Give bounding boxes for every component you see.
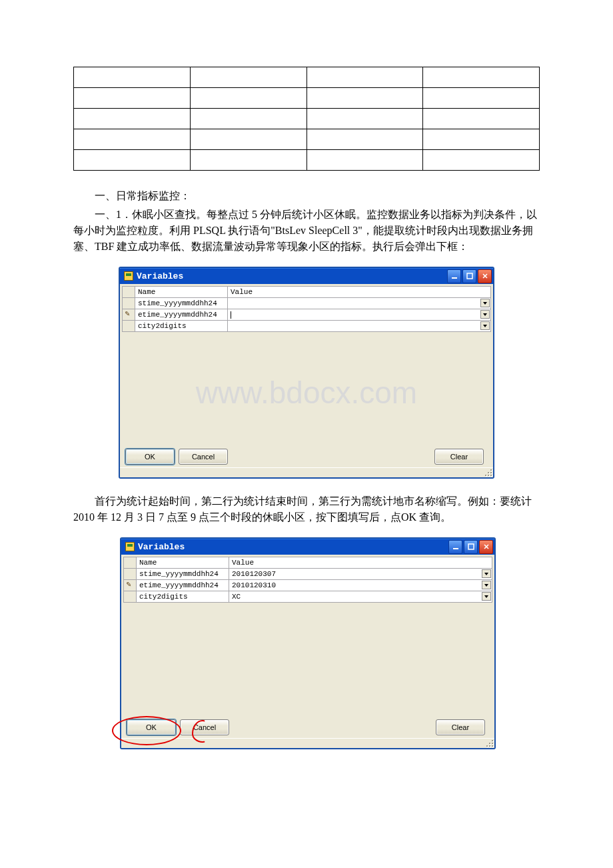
blank-table (73, 67, 540, 171)
dropdown-icon[interactable] (480, 321, 490, 330)
paragraph-1: 一、1．休眠小区查找。每整点过 5 分钟后统计小区休眠。监控数据业务以指标为判决… (73, 207, 540, 255)
cancel-button[interactable]: Cancel (179, 449, 228, 465)
titlebar[interactable]: Variables (120, 268, 493, 284)
table-row[interactable]: etime_yyyymmddhh24 2010120310 (124, 580, 492, 591)
window-title: Variables (137, 271, 183, 281)
table-row[interactable]: city2digits XC (124, 591, 492, 603)
var-name: city2digits (137, 591, 229, 603)
clear-button[interactable]: Clear (434, 449, 484, 465)
table-row[interactable]: city2digits (123, 321, 491, 332)
svg-rect-0 (452, 277, 457, 279)
row-indicator-active (124, 580, 137, 591)
section-heading: 一、日常指标监控： (73, 188, 540, 204)
app-icon (125, 542, 135, 551)
statusbar (121, 738, 494, 748)
titlebar[interactable]: Variables (121, 539, 494, 555)
ok-button[interactable]: OK (127, 719, 176, 735)
cancel-button[interactable]: Cancel (180, 719, 229, 735)
dropdown-icon[interactable] (480, 310, 490, 319)
row-header-blank (124, 557, 137, 569)
minimize-icon[interactable] (448, 540, 462, 554)
var-value-cell[interactable] (228, 309, 491, 321)
ok-button[interactable]: OK (125, 449, 175, 465)
svg-rect-2 (453, 548, 458, 549)
close-icon[interactable] (478, 269, 492, 283)
row-indicator (124, 569, 137, 580)
svg-rect-1 (467, 273, 472, 279)
paragraph-2: 首行为统计起始时间，第二行为统计结束时间，第三行为需统计地市名称缩写。例如：要统… (73, 493, 540, 525)
var-value-cell[interactable] (228, 321, 491, 332)
variables-grid: Name Value stime_yyyymmddhh24 2010120307… (123, 557, 492, 603)
col-header-name: Name (135, 287, 228, 298)
variables-dialog-2: Variables Name Value stime_yyyymmddhh24 (120, 537, 496, 749)
svg-rect-3 (468, 544, 474, 549)
var-value-cell[interactable]: 2010120310 (229, 580, 492, 591)
row-indicator-active (123, 309, 135, 321)
minimize-icon[interactable] (447, 269, 461, 283)
dropdown-icon[interactable] (480, 299, 490, 307)
var-value-cell[interactable] (228, 298, 491, 309)
pencil-icon (125, 310, 133, 318)
dialog-body: www.bdocx.com (122, 334, 491, 445)
maximize-icon[interactable] (462, 269, 476, 283)
resize-grip-icon[interactable] (486, 739, 494, 747)
col-header-value: Value (228, 287, 491, 298)
var-name: stime_yyyymmddhh24 (137, 569, 229, 580)
dropdown-icon[interactable] (482, 569, 491, 578)
var-name: etime_yyyymmddhh24 (135, 309, 228, 321)
resize-grip-icon[interactable] (484, 469, 492, 477)
var-name: stime_yyyymmddhh24 (135, 298, 228, 309)
statusbar (120, 467, 493, 477)
clear-button[interactable]: Clear (436, 719, 485, 735)
close-icon[interactable] (479, 540, 493, 554)
col-header-name: Name (137, 557, 229, 569)
var-name: city2digits (135, 321, 228, 332)
dropdown-icon[interactable] (482, 581, 491, 589)
table-row[interactable]: etime_yyyymmddhh24 (123, 309, 491, 321)
app-icon (124, 271, 133, 281)
table-row[interactable]: stime_yyyymmddhh24 2010120307 (124, 569, 492, 580)
table-row[interactable]: stime_yyyymmddhh24 (123, 298, 491, 309)
pencil-icon (127, 581, 134, 589)
maximize-icon[interactable] (464, 540, 478, 554)
var-value-cell[interactable]: XC (229, 591, 492, 603)
row-header-blank (123, 287, 135, 298)
dialog-body (123, 605, 492, 715)
row-indicator (123, 321, 135, 332)
row-indicator (124, 591, 137, 603)
variables-grid: Name Value stime_yyyymmddhh24 etime_yyyy… (122, 286, 491, 332)
window-title: Variables (138, 542, 185, 552)
variables-dialog-1: Variables Name Value stime_yyyymmddhh24 (119, 267, 494, 479)
watermark: www.bdocx.com (122, 375, 491, 411)
row-indicator (123, 298, 135, 309)
dropdown-icon[interactable] (482, 592, 491, 601)
var-name: etime_yyyymmddhh24 (137, 580, 229, 591)
col-header-value: Value (229, 557, 492, 569)
var-value-cell[interactable]: 2010120307 (229, 569, 492, 580)
